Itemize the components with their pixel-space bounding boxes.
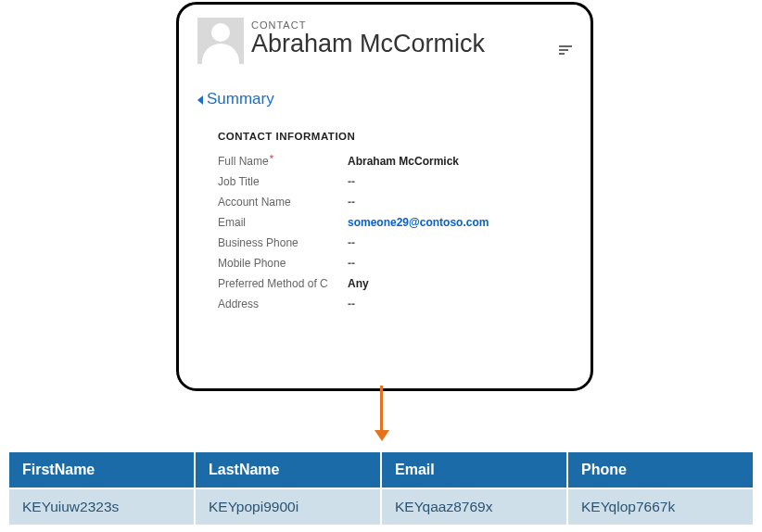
table-row: KEYuiuw2323s KEYpopi9900i KEYqaaz8769x K… — [9, 489, 753, 525]
menu-icon[interactable] — [559, 44, 572, 57]
field-value: -- — [348, 171, 355, 192]
field-label: Address — [218, 294, 348, 314]
field-label: Preferred Method of C — [218, 273, 348, 294]
flow-arrow-down-icon — [380, 386, 382, 443]
field-value: -- — [348, 253, 355, 273]
card-header: CONTACT Abraham McCormick — [197, 18, 572, 64]
field-value: Any — [348, 273, 369, 294]
avatar-placeholder-icon — [197, 18, 244, 64]
field-label: Business Phone — [218, 233, 348, 253]
contact-card: CONTACT Abraham McCormick Summary CONTAC… — [176, 2, 593, 391]
field-email[interactable]: Email someone29@contoso.com — [218, 212, 572, 233]
cell-lastname: KEYpopi9900i — [196, 489, 380, 525]
field-business-phone[interactable]: Business Phone -- — [218, 233, 572, 253]
field-label: Account Name — [218, 192, 348, 212]
record-name: Abraham McCormick — [251, 31, 553, 57]
cell-phone: KEYqlop7667k — [568, 489, 753, 525]
key-mapping-table: FirstName LastName Email Phone KEYuiuw23… — [7, 450, 755, 526]
field-value: Abraham McCormick — [348, 151, 459, 171]
summary-section-toggle[interactable]: Summary — [197, 90, 572, 108]
cell-email: KEYqaaz8769x — [382, 489, 566, 525]
header-text: CONTACT Abraham McCormick — [251, 18, 553, 57]
collapse-triangle-icon — [197, 95, 203, 105]
field-value: -- — [348, 294, 355, 314]
field-account-name[interactable]: Account Name -- — [218, 192, 572, 212]
field-label: Full Name — [218, 151, 348, 171]
field-label: Mobile Phone — [218, 253, 348, 273]
col-header-lastname: LastName — [196, 452, 380, 488]
field-label: Job Title — [218, 171, 348, 192]
field-value-email-link[interactable]: someone29@contoso.com — [348, 212, 489, 233]
field-full-name[interactable]: Full Name Abraham McCormick — [218, 151, 572, 171]
col-header-phone: Phone — [568, 452, 753, 488]
field-preferred-method[interactable]: Preferred Method of C Any — [218, 273, 572, 294]
field-value: -- — [348, 233, 355, 253]
field-label: Email — [218, 212, 348, 233]
field-value: -- — [348, 192, 355, 212]
table-header-row: FirstName LastName Email Phone — [9, 452, 753, 488]
col-header-email: Email — [382, 452, 566, 488]
field-job-title[interactable]: Job Title -- — [218, 171, 572, 192]
contact-fields: Full Name Abraham McCormick Job Title --… — [218, 151, 572, 314]
field-mobile-phone[interactable]: Mobile Phone -- — [218, 253, 572, 273]
contact-info-heading: CONTACT INFORMATION — [218, 131, 572, 142]
col-header-firstname: FirstName — [9, 452, 194, 488]
cell-firstname: KEYuiuw2323s — [9, 489, 194, 525]
field-address[interactable]: Address -- — [218, 294, 572, 314]
summary-label: Summary — [207, 90, 274, 108]
